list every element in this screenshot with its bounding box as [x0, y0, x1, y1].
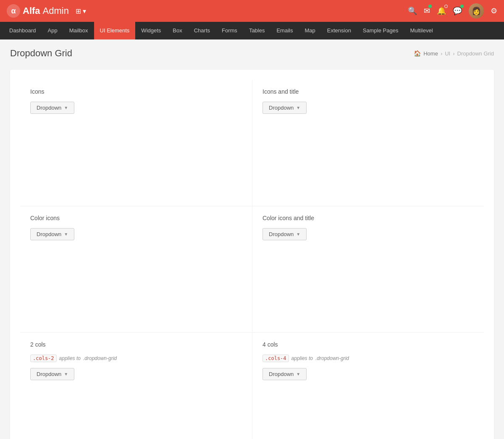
panel-color-icons-title-title: Color icons and title [262, 215, 474, 221]
note-line-2-cols: .cols-2 applies to .dropdown-grid [30, 355, 242, 362]
settings-icon-button[interactable]: ⚙ [491, 6, 497, 16]
nav-widgets[interactable]: Widgets [135, 22, 167, 39]
dropdown-icons-label: Dropdown [37, 105, 61, 111]
nav-app[interactable]: App [42, 22, 63, 39]
avatar-image: 👩 [469, 3, 484, 18]
grid-chevron-icon: ▾ [83, 7, 86, 15]
chat-badge [460, 5, 464, 8]
panel-icons: Icons Dropdown ▼ [20, 80, 252, 206]
brand-logo: α AlfaAdmin [7, 4, 69, 18]
panel-row-1: Icons Dropdown ▼ Icons and title Dropdow… [20, 80, 484, 206]
dropdown-color-icons-label: Dropdown [37, 231, 61, 237]
dropdown-color-icons-caret: ▼ [64, 232, 68, 237]
dropdown-icons-title-caret: ▼ [296, 105, 300, 110]
page-header: Dropdown Grid 🏠 Home › UI › Dropdown Gri… [0, 39, 504, 63]
dropdown-4cols-label: Dropdown [269, 371, 294, 377]
panel-4-cols: 4 cols .cols-4 applies to .dropdown-grid… [252, 333, 484, 439]
code-badge-cols2: .cols-2 [30, 355, 57, 362]
dropdown-icons-title-button[interactable]: Dropdown ▼ [262, 102, 307, 114]
breadcrumb: 🏠 Home › UI › Dropdown Grid [414, 50, 494, 57]
top-navigation: α AlfaAdmin ⊞ ▾ 🔍 ✉ 🔔 💬 👩 ⚙ [0, 0, 504, 22]
breadcrumb-sep2: › [453, 50, 454, 57]
dropdown-2cols-button[interactable]: Dropdown ▼ [30, 368, 74, 380]
bell-icon-button[interactable]: 🔔 [437, 6, 446, 16]
breadcrumb-current: Dropdown Grid [457, 50, 494, 57]
dropdown-2cols-caret: ▼ [64, 372, 68, 376]
main-card: Icons Dropdown ▼ Icons and title Dropdow… [10, 70, 494, 439]
brand-icon: α [7, 4, 20, 18]
applies-to-label-4: applies to [291, 355, 313, 361]
page-title: Dropdown Grid [10, 48, 72, 59]
nav-tables[interactable]: Tables [243, 22, 271, 39]
panel-2-cols-title: 2 cols [30, 341, 242, 348]
dropdown-4cols-caret: ▼ [296, 372, 300, 376]
bell-badge [444, 5, 448, 8]
home-icon: 🏠 [414, 50, 421, 57]
breadcrumb-sep1: › [441, 50, 442, 57]
nav-dashboard[interactable]: Dashboard [3, 22, 42, 39]
dropdown-2cols-label: Dropdown [37, 371, 61, 377]
nav-box[interactable]: Box [167, 22, 188, 39]
panel-icons-title: Icons [30, 88, 242, 95]
dropdown-4cols-button[interactable]: Dropdown ▼ [262, 368, 307, 380]
grid-icon: ⊞ [76, 7, 81, 15]
note-line-4-cols: .cols-4 applies to .dropdown-grid [262, 355, 474, 362]
panel-color-icons: Color icons Dropdown ▼ [20, 206, 252, 332]
breadcrumb-parent: UI [445, 50, 450, 57]
nav-multilevel[interactable]: Multilevel [404, 22, 438, 39]
panel-row-2: Color icons Dropdown ▼ Color icons and t… [20, 206, 484, 332]
breadcrumb-home[interactable]: Home [423, 50, 438, 57]
applies-to-value-2: .dropdown-grid [83, 355, 117, 361]
nav-sample-pages[interactable]: Sample Pages [357, 22, 404, 39]
dropdown-icons-button[interactable]: Dropdown ▼ [30, 102, 74, 114]
brand-alpha: Alfa [23, 5, 40, 16]
panel-color-icons-title: Color icons [30, 215, 242, 221]
nav-charts[interactable]: Charts [188, 22, 216, 39]
dropdown-icons-title-label: Dropdown [269, 105, 294, 111]
chat-icon-button[interactable]: 💬 [453, 6, 462, 16]
content-area: Icons Dropdown ▼ Icons and title Dropdow… [0, 63, 504, 439]
panel-row-3: 2 cols .cols-2 applies to .dropdown-grid… [20, 333, 484, 439]
applies-to-value-4: .dropdown-grid [315, 355, 349, 361]
nav-map[interactable]: Map [299, 22, 321, 39]
code-badge-cols4: .cols-4 [262, 355, 289, 362]
panel-2-cols: 2 cols .cols-2 applies to .dropdown-grid… [20, 333, 252, 439]
top-nav-left: α AlfaAdmin ⊞ ▾ [7, 4, 86, 18]
secondary-navigation: Dashboard App Mailbox UI Elements Widget… [0, 22, 504, 39]
brand-alpha-char: α [11, 7, 16, 16]
mail-badge [428, 5, 432, 8]
dropdown-color-icons-title-caret: ▼ [296, 232, 300, 237]
grid-toggle-button[interactable]: ⊞ ▾ [76, 7, 86, 15]
dropdown-icons-caret: ▼ [64, 105, 68, 110]
nav-emails[interactable]: Emails [270, 22, 299, 39]
dropdown-color-icons-button[interactable]: Dropdown ▼ [30, 228, 74, 240]
user-avatar[interactable]: 👩 [469, 3, 484, 18]
applies-to-label-2: applies to [59, 355, 81, 361]
dropdown-color-icons-title-label: Dropdown [269, 231, 294, 237]
brand-admin: Admin [43, 5, 69, 16]
panel-icons-and-title-title: Icons and title [262, 88, 474, 95]
panel-color-icons-and-title: Color icons and title Dropdown ▼ [252, 206, 484, 332]
dropdown-color-icons-title-button[interactable]: Dropdown ▼ [262, 228, 307, 240]
mail-icon-button[interactable]: ✉ [424, 6, 430, 16]
nav-mailbox[interactable]: Mailbox [63, 22, 94, 39]
nav-ui-elements[interactable]: UI Elements [94, 22, 136, 39]
search-icon-button[interactable]: 🔍 [408, 6, 417, 16]
panel-4-cols-title: 4 cols [262, 341, 474, 348]
nav-extension[interactable]: Extension [321, 22, 357, 39]
nav-forms[interactable]: Forms [216, 22, 243, 39]
panel-icons-and-title: Icons and title Dropdown ▼ [252, 80, 484, 206]
top-nav-right: 🔍 ✉ 🔔 💬 👩 ⚙ [408, 3, 497, 18]
